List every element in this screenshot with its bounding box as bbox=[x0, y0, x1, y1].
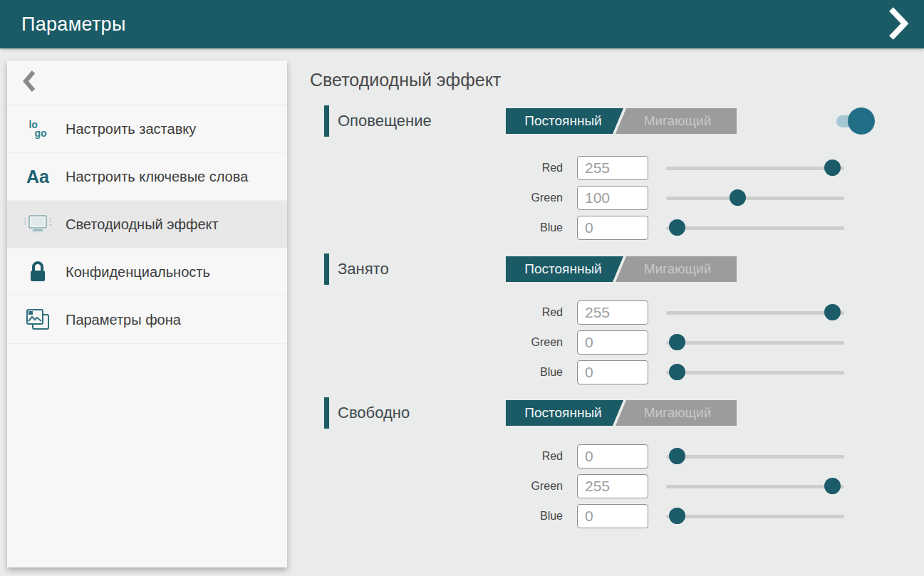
switch-knob bbox=[848, 108, 875, 135]
red-slider[interactable] bbox=[666, 448, 844, 465]
green-value-input[interactable] bbox=[577, 474, 648, 498]
section-title: Занято bbox=[338, 260, 506, 278]
slider-track[interactable] bbox=[666, 341, 844, 345]
slider-thumb[interactable] bbox=[669, 219, 685, 236]
green-row: Green bbox=[324, 328, 924, 357]
sidebar-back-button[interactable] bbox=[7, 61, 287, 105]
slider-thumb[interactable] bbox=[730, 189, 746, 206]
slider-thumb[interactable] bbox=[669, 364, 685, 380]
blue-row: Blue bbox=[324, 501, 924, 531]
blue-value-input[interactable] bbox=[577, 504, 648, 528]
section-accent-bar bbox=[324, 105, 329, 137]
green-label: Green bbox=[499, 336, 563, 349]
green-slider[interactable] bbox=[666, 478, 844, 495]
red-value-input[interactable] bbox=[577, 156, 648, 180]
sidebar-item-splash-screen[interactable]: logo Настроить заставку bbox=[7, 105, 287, 153]
section-busy: Занято Постоянный Мигающий Red Green bbox=[310, 253, 924, 387]
green-label: Green bbox=[499, 480, 563, 493]
mode-solid-button[interactable]: Постоянный bbox=[506, 108, 623, 134]
sidebar-item-label: Конфиденциальность bbox=[66, 263, 277, 281]
mode-blinking-button[interactable]: Мигающий bbox=[616, 108, 737, 134]
sidebar-item-background[interactable]: Параметры фона bbox=[7, 296, 287, 344]
text-icon: Aa bbox=[21, 167, 54, 187]
blue-row: Blue bbox=[324, 213, 924, 243]
red-row: Red bbox=[324, 441, 924, 471]
settings-screen: Параметры logo Настроить заставку Aa Нас… bbox=[0, 0, 924, 576]
slider-track[interactable] bbox=[666, 515, 844, 518]
chevron-right-icon bbox=[888, 7, 908, 42]
background-images-icon bbox=[21, 308, 54, 332]
mode-segmented-control: Постоянный Мигающий bbox=[506, 400, 737, 426]
slider-track[interactable] bbox=[666, 197, 844, 200]
red-label: Red bbox=[499, 450, 563, 463]
mode-blinking-button[interactable]: Мигающий bbox=[616, 400, 737, 426]
app-header: Параметры bbox=[0, 0, 924, 48]
red-value-input[interactable] bbox=[577, 300, 648, 325]
slider-thumb[interactable] bbox=[824, 304, 841, 320]
forward-button[interactable] bbox=[886, 6, 911, 42]
led-screen-icon bbox=[21, 213, 54, 236]
page-title: Параметры bbox=[21, 14, 126, 36]
slider-track[interactable] bbox=[666, 455, 844, 459]
mode-solid-button[interactable]: Постоянный bbox=[506, 256, 623, 282]
green-row: Green bbox=[324, 471, 924, 501]
sidebar-item-label: Светодиодный эффект bbox=[66, 215, 277, 234]
red-label: Red bbox=[499, 306, 563, 319]
slider-track[interactable] bbox=[666, 167, 844, 170]
slider-thumb[interactable] bbox=[824, 478, 841, 494]
lock-icon bbox=[21, 261, 54, 283]
section-accent-bar bbox=[324, 253, 329, 285]
blue-value-input[interactable] bbox=[577, 360, 648, 384]
blue-label: Blue bbox=[499, 366, 563, 379]
slider-thumb[interactable] bbox=[824, 159, 841, 176]
section-title: Свободно bbox=[338, 404, 506, 422]
slider-track[interactable] bbox=[666, 371, 844, 375]
section-free: Свободно Постоянный Мигающий Red Green bbox=[310, 397, 924, 531]
blue-value-input[interactable] bbox=[577, 216, 648, 240]
blue-slider[interactable] bbox=[666, 364, 844, 381]
green-row: Green bbox=[324, 183, 924, 213]
red-row: Red bbox=[324, 153, 924, 183]
blue-slider[interactable] bbox=[666, 219, 844, 236]
green-value-input[interactable] bbox=[577, 330, 648, 355]
mode-blinking-button[interactable]: Мигающий bbox=[616, 256, 737, 282]
section-title: Оповещение bbox=[338, 112, 506, 130]
main-content: Светодиодный эффект Оповещение Постоянны… bbox=[310, 48, 924, 576]
slider-track[interactable] bbox=[666, 485, 844, 488]
slider-track[interactable] bbox=[666, 311, 844, 315]
blue-label: Blue bbox=[499, 510, 563, 523]
logo-icon: logo bbox=[21, 120, 54, 137]
red-row: Red bbox=[324, 298, 924, 328]
sidebar-item-led-effect[interactable]: Светодиодный эффект bbox=[7, 201, 287, 248]
slider-track[interactable] bbox=[666, 226, 844, 230]
red-label: Red bbox=[499, 162, 563, 174]
slider-thumb[interactable] bbox=[669, 448, 685, 464]
section-notification: Оповещение Постоянный Мигающий Red bbox=[310, 105, 924, 243]
green-slider[interactable] bbox=[666, 189, 844, 206]
sidebar-item-label: Настроить ключевые слова bbox=[66, 167, 277, 186]
blue-label: Blue bbox=[499, 221, 563, 234]
slider-thumb[interactable] bbox=[669, 334, 685, 350]
mode-segmented-control: Постоянный Мигающий bbox=[506, 256, 737, 282]
red-slider[interactable] bbox=[666, 159, 844, 177]
mode-solid-button[interactable]: Постоянный bbox=[506, 400, 623, 426]
green-value-input[interactable] bbox=[577, 186, 648, 210]
green-slider[interactable] bbox=[666, 334, 844, 351]
slider-thumb[interactable] bbox=[669, 508, 685, 524]
red-value-input[interactable] bbox=[577, 444, 648, 468]
chevron-left-icon bbox=[23, 70, 36, 95]
mode-segmented-control: Постоянный Мигающий bbox=[506, 108, 737, 134]
sidebar-item-label: Параметры фона bbox=[66, 310, 277, 329]
sidebar-item-label: Настроить заставку bbox=[66, 120, 277, 138]
notification-toggle-switch[interactable] bbox=[836, 108, 875, 135]
blue-slider[interactable] bbox=[666, 508, 844, 525]
red-slider[interactable] bbox=[666, 304, 844, 321]
sidebar-item-keywords[interactable]: Aa Настроить ключевые слова bbox=[7, 153, 287, 201]
blue-row: Blue bbox=[324, 357, 924, 387]
sidebar: logo Настроить заставку Aa Настроить клю… bbox=[7, 61, 287, 567]
green-label: Green bbox=[499, 192, 563, 204]
content-title: Светодиодный эффект bbox=[310, 70, 924, 90]
section-accent-bar bbox=[324, 397, 329, 429]
sidebar-item-privacy[interactable]: Конфиденциальность bbox=[7, 248, 287, 296]
